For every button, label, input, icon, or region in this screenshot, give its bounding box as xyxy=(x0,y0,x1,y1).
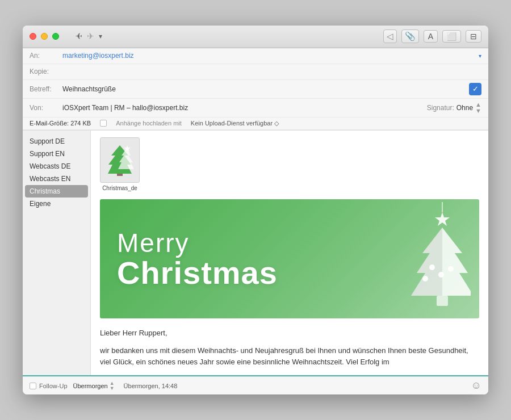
right-toolbar: ◁ 📎 A ⬜ ⊟ xyxy=(383,30,481,43)
grid-button[interactable]: ⊟ xyxy=(466,30,481,43)
subject-row: Betreff: Weihnachtsgrüße ✓ xyxy=(23,80,488,99)
window-button[interactable]: ⬜ xyxy=(442,30,461,43)
attachments-row: Christmas_de xyxy=(100,137,479,191)
cc-label: Kopie: xyxy=(30,68,62,75)
cc-row: Kopie: xyxy=(23,64,488,80)
send-back-icon[interactable]: ✈ xyxy=(87,31,94,41)
upload-service[interactable]: Kein Upload-Dienst verfügbar ◇ xyxy=(191,120,279,127)
toolbar-dropdown-icon[interactable]: ▾ xyxy=(99,32,102,40)
sidebar-item-webcasts-en[interactable]: Webcasts EN xyxy=(23,173,90,185)
attachment-checkbox[interactable] xyxy=(100,120,107,127)
to-value[interactable]: marketing@iosxpert.biz xyxy=(62,52,478,60)
subject-check[interactable]: ✓ xyxy=(469,83,481,95)
subject-label: Betreff: xyxy=(30,85,62,93)
thumb-preview xyxy=(100,137,140,183)
xmas-tree-container xyxy=(383,199,479,318)
christmas-word: Christmas xyxy=(117,257,366,289)
size-row: E-Mail-Größe: 274 KB Anhänge hochladen m… xyxy=(23,117,488,130)
attachment-thumb[interactable]: Christmas_de xyxy=(100,137,140,191)
titlebar: ✈ ✈ ▾ ◁ 📎 A ⬜ ⊟ xyxy=(23,26,488,48)
size-label: E-Mail-Größe: 274 KB xyxy=(30,120,91,127)
schedule-value: Übermorgen xyxy=(73,383,108,389)
sidebar-item-eigene[interactable]: Eigene xyxy=(23,198,90,210)
sidebar-item-support-de[interactable]: Support DE xyxy=(23,135,90,148)
sidebar-item-webcasts-de[interactable]: Webcasts DE xyxy=(23,160,90,173)
to-label: An: xyxy=(30,52,62,60)
minimize-button[interactable] xyxy=(41,33,48,40)
followup-check-box[interactable] xyxy=(30,383,36,389)
email-text: Lieber Herr Ruppert, wir bedanken uns mi… xyxy=(100,327,479,368)
merry-word: Merry xyxy=(117,229,366,258)
signature-value: Ohne xyxy=(456,104,473,112)
svg-point-12 xyxy=(448,266,454,272)
attachment-name: Christmas_de xyxy=(102,185,137,191)
sidebar-item-christmas[interactable]: Christmas xyxy=(25,185,88,198)
font-button[interactable]: A xyxy=(424,30,438,43)
svg-rect-8 xyxy=(437,296,448,306)
back-icon[interactable]: ◁ xyxy=(383,30,397,43)
xmas-text: Merry Christmas xyxy=(100,217,383,301)
sidebar-item-support-en[interactable]: Support EN xyxy=(23,148,90,160)
xmas-banner: Merry Christmas xyxy=(100,199,479,318)
smiley-icon[interactable]: ☺ xyxy=(471,380,481,392)
subject-value[interactable]: Weihnachtsgrüße xyxy=(62,85,469,93)
from-row: Von: iOSXpert Team | RM – hallo@iosxpert… xyxy=(23,99,488,117)
from-label: Von: xyxy=(30,104,62,112)
svg-point-10 xyxy=(438,272,444,278)
footer-bar: Follow-Up Übermorgen ▲ ▼ Übermorgen, 14:… xyxy=(23,376,488,394)
followup-checkbox[interactable]: Follow-Up xyxy=(30,383,68,389)
svg-marker-5 xyxy=(435,212,450,226)
xmas-tree-svg xyxy=(391,202,471,316)
email-compose-window: ✈ ✈ ▾ ◁ 📎 A ⬜ ⊟ An: marketing@iosxpert.b… xyxy=(23,26,488,394)
footer-time: Übermorgen, 14:48 xyxy=(124,383,178,389)
followup-schedule[interactable]: Übermorgen ▲ ▼ xyxy=(73,381,115,391)
signature-label: Signatur: xyxy=(427,104,454,112)
attachment-icon[interactable]: 📎 xyxy=(401,30,419,43)
sidebar: Support DE Support EN Webcasts DE Webcas… xyxy=(23,131,91,375)
signature-row: Signatur: Ohne ▲ ▼ xyxy=(427,102,481,114)
send-icon[interactable]: ✈ xyxy=(75,31,82,41)
signature-arrows[interactable]: ▲ ▼ xyxy=(475,102,481,114)
main-content: Support DE Support EN Webcasts DE Webcas… xyxy=(23,131,488,375)
to-row: An: marketing@iosxpert.biz ▾ xyxy=(23,48,488,64)
svg-marker-7 xyxy=(411,228,442,296)
email-body-text: wir bedanken uns mit diesem Weihnachts- … xyxy=(100,345,479,369)
close-button[interactable] xyxy=(30,33,36,40)
email-body: Christmas_de Merry Christmas xyxy=(91,131,488,375)
svg-point-9 xyxy=(429,264,435,270)
maximize-button[interactable] xyxy=(52,33,59,40)
from-value[interactable]: iOSXpert Team | RM – hallo@iosxpert.biz xyxy=(62,104,427,112)
to-dropdown-arrow[interactable]: ▾ xyxy=(479,53,481,59)
followup-label: Follow-Up xyxy=(39,383,68,389)
attachment-label: Anhänge hochladen mit xyxy=(116,120,182,127)
email-salutation: Lieber Herr Ruppert, xyxy=(100,327,479,339)
svg-point-11 xyxy=(422,276,428,282)
header-fields: An: marketing@iosxpert.biz ▾ Kopie: Betr… xyxy=(23,48,488,131)
schedule-arrows[interactable]: ▲ ▼ xyxy=(110,381,115,391)
